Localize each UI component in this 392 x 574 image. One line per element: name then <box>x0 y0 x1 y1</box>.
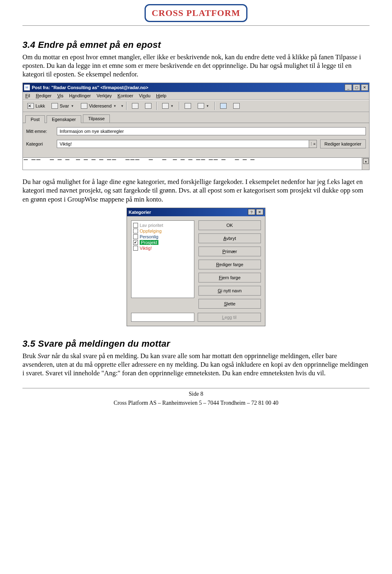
rediger-farge-button[interactable]: Rediger farge <box>198 260 261 269</box>
menu-fil[interactable]: Fil <box>25 93 30 98</box>
paragraph-3-5: Bruk Svar når du skal svare på en meldin… <box>22 352 370 377</box>
glasses-icon <box>185 103 191 109</box>
chevron-down-icon[interactable]: ▾ <box>170 104 174 108</box>
toolbar-svar[interactable]: Svar▾ <box>49 101 77 110</box>
toolbar-lukk[interactable]: ✕Lukk <box>24 101 48 110</box>
chevron-down-icon[interactable]: ▾ <box>120 104 124 108</box>
primaer-button[interactable]: Primær <box>198 247 261 256</box>
category-listbox[interactable]: Lav prioritet Oppfølging Personlig Prosj… <box>131 220 194 298</box>
checkbox[interactable] <box>133 240 138 245</box>
dialog-titlebar: Kategorier ? ✕ <box>127 208 265 216</box>
forward-icon <box>81 103 87 109</box>
label-kategori: Kategori <box>26 141 53 146</box>
menubar: Fil Rediger Vis Handlinger Verktøy Konto… <box>23 92 369 100</box>
gi-nytt-navn-button[interactable]: Gi nytt navn <box>198 286 261 296</box>
chevron-down-icon[interactable]: ▾ <box>71 104 74 108</box>
minimize-button[interactable]: _ <box>345 84 352 91</box>
toolbar-icon-2[interactable] <box>142 101 154 110</box>
toolbar-icon-5[interactable] <box>217 101 229 110</box>
list-item[interactable]: Prosjekt <box>133 240 192 245</box>
mitt-emne-input[interactable] <box>57 127 366 135</box>
slette-button[interactable]: Slette <box>198 299 261 309</box>
vertical-scrollbar[interactable]: ▴ <box>362 158 369 170</box>
chevron-down-icon[interactable]: ▾ <box>206 104 209 108</box>
window-title: Post fra: "Radar Consulting as" <firmapo… <box>32 85 345 90</box>
separator <box>214 102 215 110</box>
paragraph-categories: Du har også mulighet for å lage dine egn… <box>22 177 370 203</box>
toolbar-lukk-label: Lukk <box>36 103 45 108</box>
list-item[interactable]: Oppfølging <box>133 228 192 234</box>
close-button[interactable]: ✕ <box>361 84 368 91</box>
menu-kontoer[interactable]: Kontoer <box>118 93 134 98</box>
tabbar: Post Egenskaper Tilpasse <box>23 112 369 123</box>
menu-hjelp[interactable]: Hjelp <box>156 93 166 98</box>
toolbar-icon-1[interactable] <box>129 101 141 110</box>
list-item-label: Personlig <box>140 234 158 239</box>
toolbar-icon-6[interactable] <box>230 101 243 110</box>
envelope-icon <box>145 103 151 109</box>
panel-icon <box>220 103 227 109</box>
avbryt-button[interactable]: Avbryt <box>198 233 261 243</box>
folder-icon <box>132 103 138 109</box>
checkbox[interactable] <box>133 223 138 228</box>
content-area: – –– – – – – – – – –– ––– – – – – – –– –… <box>23 157 369 170</box>
list-item[interactable]: Personlig <box>133 234 192 240</box>
torn-edge: – –– – – – – – – – –– ––– – – – – – –– –… <box>24 155 360 164</box>
section-heading-3-5: 3.5 Svare på meldingen du mottar <box>22 339 370 349</box>
para-italic: Svar <box>38 352 50 360</box>
close-icon: ✕ <box>27 103 34 109</box>
footer-page-number: Side 8 <box>22 388 370 397</box>
chevron-down-icon[interactable]: ▾ <box>113 104 117 108</box>
scroll-up-icon[interactable]: ▴ <box>363 158 369 164</box>
para-lead: Bruk <box>22 352 38 360</box>
email-window: ✉ Post fra: "Radar Consulting as" <firma… <box>22 83 370 170</box>
toolbar-icon-3[interactable] <box>182 101 194 110</box>
toolbar-videresend-label: Videresend <box>89 103 111 108</box>
label-mitt-emne: Mitt emne: <box>26 129 53 134</box>
list-item[interactable]: Lav prioritet <box>133 222 192 228</box>
list-item-label: Lav prioritet <box>140 223 163 228</box>
print-icon <box>162 103 169 109</box>
menu-handlinger[interactable]: Handlinger <box>69 93 91 98</box>
paragraph-3-4: Om du mottar en epost hvor emnet mangler… <box>22 53 370 78</box>
menu-vindu[interactable]: Vindu <box>139 93 150 98</box>
page-header: CROSS PLATFORM <box>22 0 370 28</box>
menu-verktoy[interactable]: Verktøy <box>96 93 111 98</box>
list-item-label: Prosjekt <box>140 240 158 245</box>
kategori-picker-button[interactable]: ⋮≡ <box>309 140 317 148</box>
header-rule <box>22 25 370 26</box>
menu-vis[interactable]: Vis <box>57 93 63 98</box>
tab-egenskaper[interactable]: Egenskaper <box>47 115 81 123</box>
reply-icon <box>51 103 58 109</box>
separator <box>179 102 180 110</box>
panel2-icon <box>233 103 240 109</box>
kategori-input[interactable] <box>57 140 309 148</box>
toolbar-icon-4[interactable]: ▾ <box>195 101 212 110</box>
close-button[interactable]: ✕ <box>256 209 263 215</box>
checkbox[interactable] <box>133 234 138 239</box>
logo: CROSS PLATFORM <box>145 4 247 22</box>
tab-tilpasse[interactable]: Tilpasse <box>83 114 110 123</box>
footer-address: Cross Platform AS – Ranheimsveien 5 – 70… <box>22 400 370 406</box>
separator <box>156 102 157 110</box>
new-category-input[interactable] <box>131 313 194 322</box>
toolbar-svar-label: Svar <box>60 103 69 108</box>
help-button[interactable]: ? <box>248 209 255 215</box>
checkbox[interactable] <box>133 246 138 251</box>
toolbar-videresend[interactable]: Videresend▾ <box>78 101 120 110</box>
rediger-kategorier-button[interactable]: Rediger kategorier <box>320 139 366 148</box>
ok-button[interactable]: OK <box>198 220 261 230</box>
menu-rediger[interactable]: Rediger <box>36 93 52 98</box>
toolbar-print[interactable]: ▾ <box>159 101 177 110</box>
dialog-title: Kategorier <box>129 210 247 215</box>
fjern-farge-button[interactable]: Fjern farge <box>198 273 261 283</box>
tab-post[interactable]: Post <box>25 115 45 123</box>
maximize-button[interactable]: ▢ <box>353 84 360 91</box>
star-icon <box>198 103 204 109</box>
list-item-label: Oppfølging <box>140 229 162 233</box>
para-rest: når du skal svare på en melding. Du kan … <box>22 352 368 377</box>
legg-til-button[interactable]: Legg til <box>198 313 261 322</box>
list-item[interactable]: Viktig! <box>133 245 192 251</box>
checkbox[interactable] <box>133 229 138 233</box>
kategorier-dialog: Kategorier ? ✕ Lav prioritet Oppfølging … <box>127 208 265 326</box>
